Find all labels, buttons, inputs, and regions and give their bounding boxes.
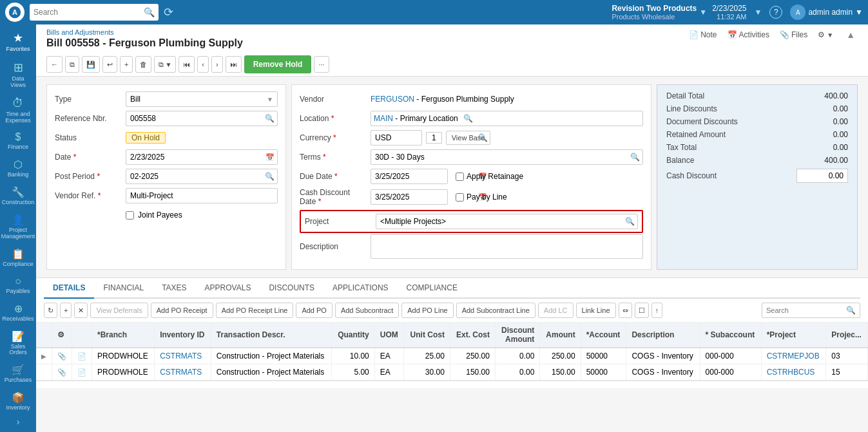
- date-input[interactable]: 📅: [126, 149, 278, 165]
- calendar-icon[interactable]: 📅: [263, 153, 277, 162]
- joint-payees-checkbox[interactable]: [126, 211, 134, 220]
- add-po-receipt-button[interactable]: Add PO Receipt: [151, 303, 213, 318]
- post-period-field[interactable]: [126, 171, 262, 182]
- add-subcontract-line-button[interactable]: Add Subcontract Line: [456, 303, 535, 318]
- location-link[interactable]: MAIN: [374, 114, 393, 123]
- sidebar-item-sales-orders[interactable]: 📝 Sales Orders: [2, 326, 34, 359]
- table-icon1-button[interactable]: ⇔: [619, 303, 632, 318]
- collapse-button[interactable]: ▲: [844, 28, 858, 41]
- add-subcontract-button[interactable]: Add Subcontract: [335, 303, 399, 318]
- datetime-chevron-icon[interactable]: ▼: [755, 8, 762, 17]
- terms-field[interactable]: [371, 151, 628, 163]
- undo-button[interactable]: ↩: [102, 56, 117, 73]
- history-icon[interactable]: ⟳: [164, 5, 173, 19]
- settings-link[interactable]: ⚙ ▼: [818, 30, 833, 39]
- col-project[interactable]: *Project: [761, 323, 826, 348]
- tab-details[interactable]: DETAILS: [44, 278, 94, 299]
- col-account[interactable]: *Account: [581, 323, 626, 348]
- col-uom[interactable]: UOM: [374, 323, 404, 348]
- ref-field[interactable]: [126, 113, 262, 124]
- post-period-search-icon[interactable]: 🔍: [262, 172, 277, 181]
- col-discount-amount[interactable]: DiscountAmount: [495, 323, 539, 348]
- tab-approvals[interactable]: APPROVALS: [196, 278, 260, 299]
- location-search-icon[interactable]: 🔍: [461, 114, 476, 123]
- user-chevron-icon[interactable]: ▼: [855, 8, 863, 17]
- col-project-task[interactable]: Projec...: [826, 323, 868, 348]
- cell-project[interactable]: CSTRHBCUS: [761, 364, 826, 380]
- delete-button[interactable]: 🗑: [135, 56, 151, 73]
- breadcrumb[interactable]: Bills and Adjustments: [46, 28, 243, 36]
- vendor-ref-field[interactable]: [130, 191, 273, 200]
- currency-input[interactable]: 🔍: [371, 130, 422, 146]
- project-search-icon[interactable]: 🔍: [622, 217, 637, 226]
- search-icon[interactable]: 🔍: [144, 7, 155, 17]
- add-po-button[interactable]: Add PO: [296, 303, 333, 318]
- description-field[interactable]: [371, 234, 643, 259]
- project-field[interactable]: [376, 216, 622, 227]
- note-link[interactable]: 📄 Note: [689, 30, 717, 39]
- table-search-box[interactable]: 🔍: [762, 303, 860, 318]
- table-icon2-button[interactable]: ☐: [635, 303, 649, 318]
- col-transaction-descr[interactable]: Transaction Descr.: [211, 323, 331, 348]
- vendor-link[interactable]: FERGUSON: [371, 95, 414, 104]
- company-selector[interactable]: Revision Two Products Products Wholesale…: [612, 4, 707, 21]
- cell-expand[interactable]: [36, 364, 52, 380]
- cell-inventory-id[interactable]: CSTRMATS: [155, 364, 211, 380]
- user-menu[interactable]: A admin admin ▼: [790, 5, 863, 20]
- vendor-ref-input[interactable]: [126, 188, 278, 203]
- scrollbar-area[interactable]: [36, 380, 868, 388]
- add-lc-button[interactable]: Add LC: [538, 303, 574, 318]
- sidebar-expand-button[interactable]: ›: [17, 417, 20, 427]
- sidebar-item-construction[interactable]: 🔧 Construction: [2, 182, 34, 209]
- company-chevron-icon[interactable]: ▼: [699, 8, 707, 17]
- ref-input[interactable]: 🔍: [126, 111, 278, 126]
- col-inventory-id[interactable]: Inventory ID: [155, 323, 211, 348]
- save-button[interactable]: 💾: [82, 56, 100, 73]
- view-deferrals-button[interactable]: View Deferrals: [90, 303, 148, 318]
- add-button[interactable]: +: [120, 56, 133, 73]
- sidebar-item-time-expenses[interactable]: ⏱ Time and Expenses: [2, 93, 34, 127]
- help-button[interactable]: ?: [769, 6, 782, 19]
- cell-expand[interactable]: ▶: [36, 348, 52, 364]
- view-base-button[interactable]: View Base: [446, 131, 491, 145]
- sidebar-item-payables[interactable]: ○ Payables: [2, 272, 34, 297]
- table-search-icon[interactable]: 🔍: [846, 306, 856, 315]
- tab-taxes[interactable]: TAXES: [153, 278, 195, 299]
- copy-button[interactable]: ⧉: [65, 56, 79, 73]
- table-add-button[interactable]: +: [60, 303, 72, 318]
- add-po-receipt-line-button[interactable]: Add PO Receipt Line: [216, 303, 294, 318]
- terms-input[interactable]: 🔍: [371, 149, 643, 165]
- tab-compliance[interactable]: COMPLIANCE: [398, 278, 467, 299]
- col-amount[interactable]: Amount: [540, 323, 581, 348]
- col-subaccount[interactable]: * Subaccount: [700, 323, 761, 348]
- table-icon3-button[interactable]: ↑: [651, 303, 663, 318]
- activities-link[interactable]: 📅 Activities: [728, 30, 769, 39]
- sidebar-item-compliance[interactable]: 📋 Compliance: [2, 244, 34, 270]
- files-link[interactable]: 📎 Files: [780, 30, 807, 39]
- cash-disc-date-input[interactable]: 📅: [371, 189, 448, 205]
- cash-discount-input[interactable]: [796, 169, 848, 183]
- more-button[interactable]: ···: [314, 56, 329, 73]
- col-quantity[interactable]: Quantity: [332, 323, 375, 348]
- table-search-input[interactable]: [766, 306, 844, 314]
- tab-financial[interactable]: FINANCIAL: [94, 278, 153, 299]
- search-box[interactable]: 🔍: [30, 4, 159, 21]
- app-logo[interactable]: A: [5, 3, 24, 22]
- col-ext-cost[interactable]: Ext. Cost: [450, 323, 495, 348]
- remove-hold-button[interactable]: Remove Hold: [244, 55, 312, 73]
- apply-retainage-checkbox[interactable]: [456, 173, 464, 181]
- due-date-input[interactable]: 📅: [371, 169, 448, 184]
- table-delete-button[interactable]: ✕: [74, 303, 88, 318]
- sidebar-item-banking[interactable]: ⬡ Banking: [2, 155, 34, 181]
- back-button[interactable]: ←: [46, 56, 63, 73]
- add-po-line-button[interactable]: Add PO Line: [401, 303, 453, 318]
- prev-button[interactable]: ‹: [197, 56, 209, 73]
- cell-project[interactable]: CSTRMEPJOB: [761, 348, 826, 364]
- tab-discounts[interactable]: DISCOUNTS: [260, 278, 323, 299]
- sidebar-item-finance[interactable]: $ Finance: [2, 127, 34, 153]
- cell-inventory-id[interactable]: CSTRMATS: [155, 348, 211, 364]
- col-branch[interactable]: *Branch: [92, 323, 155, 348]
- last-button[interactable]: ⏭: [226, 56, 242, 73]
- next-button[interactable]: ›: [211, 56, 223, 73]
- type-dropdown[interactable]: Bill ▼: [126, 91, 278, 107]
